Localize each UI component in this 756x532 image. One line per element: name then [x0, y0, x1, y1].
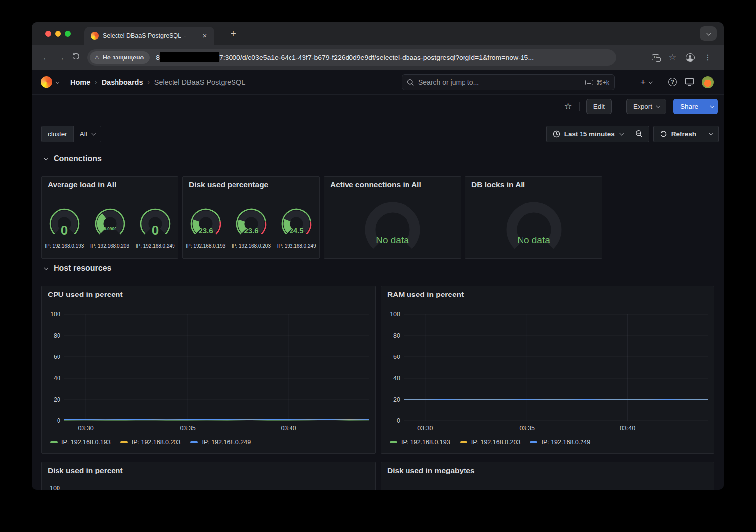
window-zoom-button[interactable] — [65, 31, 71, 37]
panel-db-locks: DB locks in All No data — [465, 176, 602, 259]
refresh-interval-dropdown[interactable] — [702, 126, 718, 142]
translate-icon[interactable]: G — [652, 54, 659, 60]
tab-search-button[interactable] — [700, 26, 717, 41]
panel-title[interactable]: Disk used in percent — [48, 466, 123, 475]
panel-title[interactable]: Active connections in All — [330, 180, 421, 189]
security-chip[interactable]: ⚠ Не защищено — [90, 51, 150, 64]
export-label: Export — [633, 103, 652, 110]
browser-profile-icon[interactable] — [686, 53, 695, 62]
browser-tab[interactable]: Selectel DBaaS PostgreSQL - × — [84, 27, 214, 45]
grafana-avatar[interactable] — [702, 76, 714, 88]
legend-item[interactable]: IP: 192.168.0.203 — [460, 439, 521, 446]
refresh-button[interactable]: Refresh — [654, 126, 702, 142]
variable-value-dropdown[interactable]: All — [74, 126, 101, 142]
tab-title: Selectel DBaaS PostgreSQL — [103, 32, 181, 39]
time-range-label: Last 15 minutes — [564, 130, 615, 138]
legend-item[interactable]: IP: 192.168.0.249 — [190, 439, 251, 446]
legend-item[interactable]: IP: 192.168.0.193 — [390, 439, 450, 446]
panel-title[interactable]: Disk used in megabytes — [387, 466, 475, 475]
gauge: 24.5 IP: 192.168.0.249 — [274, 207, 319, 249]
create-new-button[interactable]: + — [640, 77, 652, 88]
time-range-picker[interactable]: Last 15 minutes — [547, 126, 629, 142]
legend-swatch — [460, 441, 467, 443]
search-shortcut: ⌘+k — [596, 79, 609, 86]
window-close-button[interactable] — [45, 31, 51, 37]
news-monitor-icon[interactable] — [685, 78, 694, 86]
keyboard-icon — [585, 80, 593, 85]
y-tick: 100 — [390, 311, 400, 318]
chevron-down-icon — [710, 104, 714, 108]
time-series-plot[interactable] — [404, 314, 708, 421]
panel-title[interactable]: DB locks in All — [471, 180, 525, 189]
x-tick: 03:40 — [620, 425, 635, 432]
x-axis: 03:30 03:35 03:40 — [64, 425, 369, 433]
forward-button[interactable]: → — [54, 52, 68, 63]
tab-strip: Selectel DBaaS PostgreSQL - × + — [32, 22, 724, 45]
clock-icon — [553, 130, 560, 138]
breadcrumb-home[interactable]: Home — [70, 78, 90, 86]
legend-item[interactable]: IP: 192.168.0.193 — [50, 439, 111, 446]
help-icon[interactable]: ? — [668, 78, 677, 86]
address-bar[interactable]: ⚠ Не защищено 8 7:3000/d/c03e5a1e-64c1-4… — [87, 49, 616, 66]
new-tab-button[interactable]: + — [227, 27, 240, 40]
browser-menu-icon[interactable]: ⋮ — [704, 53, 712, 62]
gauge: 0 IP: 192.168.0.249 — [132, 207, 178, 249]
redacted-url-segment — [160, 52, 219, 62]
zoom-out-button[interactable] — [629, 126, 649, 142]
panel-title[interactable]: Average load in All — [48, 180, 116, 189]
svg-text:23.6: 23.6 — [198, 226, 213, 235]
panel-title[interactable]: Disk used percentage — [189, 180, 268, 189]
tab-close-icon[interactable]: × — [200, 31, 209, 40]
panel-disk-used-percentage: Disk used percentage 23.6 IP: 192.168.0.… — [182, 176, 320, 259]
legend-swatch — [120, 441, 128, 443]
section-connections[interactable]: Conenctions — [44, 154, 102, 163]
reload-button[interactable] — [68, 52, 83, 63]
time-series-plot[interactable] — [64, 314, 369, 421]
legend: IP: 192.168.0.193 IP: 192.168.0.203 IP: … — [390, 439, 590, 446]
edit-button[interactable]: Edit — [586, 99, 612, 114]
legend-item[interactable]: IP: 192.168.0.203 — [120, 439, 181, 446]
y-tick: 40 — [393, 375, 400, 382]
gauge: 23.6 IP: 192.168.0.193 — [183, 207, 229, 249]
legend-label: IP: 192.168.0.193 — [401, 439, 450, 446]
nodata-gauge-arc — [353, 202, 432, 256]
cluster-variable[interactable]: cluster All — [41, 126, 101, 142]
svg-text:0: 0 — [61, 223, 68, 237]
search-icon — [407, 79, 414, 86]
export-button[interactable]: Export — [626, 99, 666, 114]
gauge-label: IP: 192.168.0.193 — [186, 243, 225, 249]
panel-average-load: Average load in All 0 IP: 192.168.0.193 … — [41, 176, 178, 259]
legend-swatch — [530, 441, 537, 443]
refresh-label: Refresh — [671, 130, 696, 138]
share-menu-button[interactable] — [705, 99, 718, 114]
section-host-resources[interactable]: Host resources — [44, 264, 112, 273]
svg-text:24.5: 24.5 — [290, 226, 304, 235]
favorite-star-icon[interactable]: ☆ — [564, 101, 572, 112]
breadcrumb-dashboards[interactable]: Dashboards — [102, 78, 143, 86]
legend-item[interactable]: IP: 192.168.0.249 — [530, 439, 590, 446]
window-minimize-button[interactable] — [55, 31, 61, 37]
gauge: 0.0900 IP: 192.168.0.203 — [87, 207, 133, 249]
gauge: 23.6 IP: 192.168.0.203 — [229, 207, 274, 249]
y-tick: 60 — [54, 354, 60, 360]
nodata-text: No data — [324, 235, 461, 246]
url-text: 8 7:3000/d/c03e5a1e-64c1-43f7-b679-f226d… — [156, 52, 534, 62]
chevron-down-icon[interactable] — [55, 80, 59, 84]
browser-window: Selectel DBaaS PostgreSQL - × + ← → ⚠ Не… — [32, 22, 724, 490]
search-input[interactable]: Search or jump to... ⌘+k — [402, 74, 615, 90]
y-tick: 20 — [54, 396, 60, 403]
panel-cpu-used: CPU used in percent 100 80 60 40 20 0 03… — [41, 286, 376, 454]
gauge-arc: 0.0900 — [91, 207, 129, 241]
share-button[interactable]: Share — [673, 99, 705, 114]
panel-title[interactable]: RAM used in percent — [387, 290, 464, 299]
bookmark-star-icon[interactable]: ☆ — [669, 52, 676, 62]
grafana-logo[interactable] — [41, 76, 52, 88]
chevron-down-icon — [91, 131, 95, 135]
back-button[interactable]: ← — [39, 52, 54, 63]
panel-title[interactable]: CPU used in percent — [48, 290, 123, 299]
panel-disk-used-percent: Disk used in percent 100 — [41, 462, 376, 490]
section-title: Conenctions — [54, 154, 102, 163]
y-tick: 20 — [393, 396, 400, 403]
y-tick: 100 — [50, 311, 60, 318]
legend-label: IP: 192.168.0.249 — [541, 439, 590, 446]
